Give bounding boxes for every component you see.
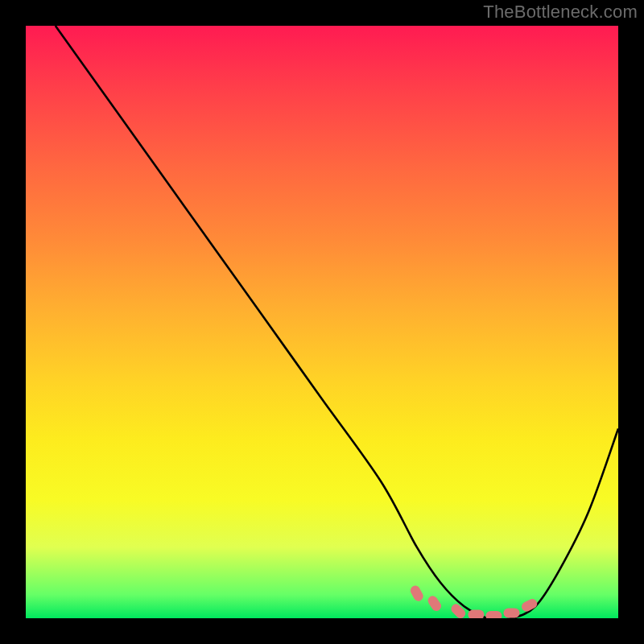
plot-area (26, 26, 618, 618)
optimal-marker (468, 610, 484, 618)
optimal-marker (409, 584, 425, 602)
optimal-marker (426, 594, 443, 613)
curve-layer (26, 26, 618, 618)
bottleneck-curve (56, 26, 618, 618)
chart-frame: TheBottleneck.com (0, 0, 644, 644)
marker-group (409, 584, 539, 618)
optimal-marker (485, 611, 502, 618)
optimal-marker (504, 608, 520, 617)
attribution-label: TheBottleneck.com (483, 2, 638, 23)
optimal-marker (449, 602, 468, 618)
